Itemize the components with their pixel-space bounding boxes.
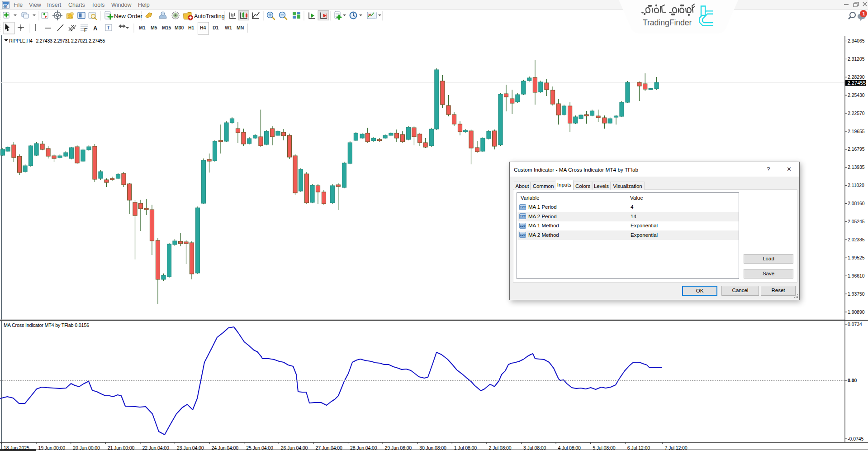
svg-text:MT: MT [4, 5, 8, 8]
svg-text:F: F [84, 28, 87, 33]
svg-text:A: A [93, 25, 98, 32]
svg-text:TradingFinder: TradingFinder [643, 18, 692, 27]
svg-text:2.27455: 2.27455 [848, 80, 866, 86]
svg-text:T: T [107, 25, 110, 30]
svg-text:1: 1 [863, 11, 865, 16]
